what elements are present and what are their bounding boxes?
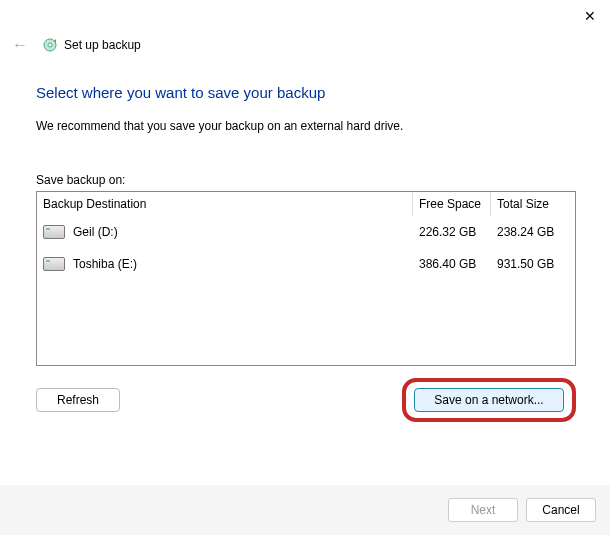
drive-total: 931.50 GB (491, 257, 563, 271)
col-total-size[interactable]: Total Size (491, 192, 563, 216)
save-backup-label: Save backup on: (36, 173, 576, 187)
drive-icon (43, 257, 65, 271)
drive-free: 386.40 GB (413, 257, 491, 271)
drive-name: Geil (D:) (73, 225, 118, 239)
recommendation-text: We recommend that you save your backup o… (36, 119, 576, 133)
next-button[interactable]: Next (448, 498, 518, 522)
button-row: Refresh Save on a network... (36, 378, 576, 422)
drive-table: Backup Destination Free Space Total Size… (36, 191, 576, 366)
svg-point-1 (48, 43, 52, 47)
back-arrow-icon[interactable]: ← (12, 36, 36, 54)
footer: Next Cancel (0, 485, 610, 535)
save-on-network-button[interactable]: Save on a network... (414, 388, 564, 412)
highlight-annotation: Save on a network... (402, 378, 576, 422)
backup-icon (42, 37, 58, 53)
table-row[interactable]: Toshiba (E:) 386.40 GB 931.50 GB (37, 248, 575, 280)
drive-icon (43, 225, 65, 239)
col-destination[interactable]: Backup Destination (37, 192, 413, 216)
drive-name: Toshiba (E:) (73, 257, 137, 271)
window-title: Set up backup (64, 38, 141, 52)
main-content: Select where you want to save your backu… (36, 84, 576, 422)
col-free-space[interactable]: Free Space (413, 192, 491, 216)
col-pad (563, 192, 575, 216)
header: ← Set up backup (12, 36, 141, 54)
table-row[interactable]: Geil (D:) 226.32 GB 238.24 GB (37, 216, 575, 248)
drive-total: 238.24 GB (491, 225, 563, 239)
page-title: Select where you want to save your backu… (36, 84, 576, 101)
cancel-button[interactable]: Cancel (526, 498, 596, 522)
drive-free: 226.32 GB (413, 225, 491, 239)
refresh-button[interactable]: Refresh (36, 388, 120, 412)
table-header: Backup Destination Free Space Total Size (37, 192, 575, 216)
close-button[interactable]: ✕ (584, 8, 596, 24)
